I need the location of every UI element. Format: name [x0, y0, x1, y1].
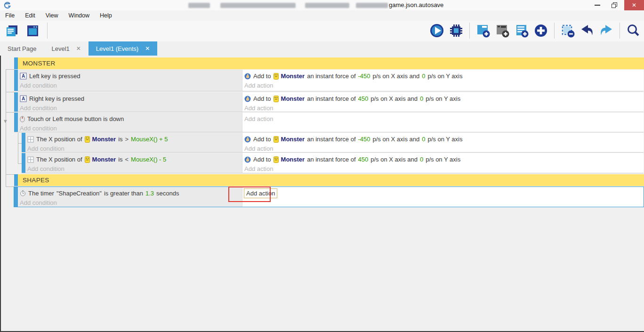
param-value[interactable]: 0	[422, 73, 425, 80]
condition-text[interactable]: The X position of	[36, 156, 82, 163]
subevent-row-x-less[interactable]: The X position of Monster is < MouseX() …	[22, 153, 644, 173]
add-action-link[interactable]: Add action	[243, 164, 644, 173]
object-name[interactable]: Monster	[281, 73, 305, 80]
action-text: an instant force of	[307, 73, 355, 80]
param-value[interactable]: 450	[358, 156, 369, 163]
action-text: p/s on X axis and	[373, 136, 420, 143]
add-event-icon[interactable]	[475, 23, 491, 39]
add-action-link[interactable]: Add action	[243, 104, 644, 113]
add-subevent-icon[interactable]	[494, 23, 510, 39]
close-button[interactable]: ✕	[624, 0, 644, 10]
add-condition-link[interactable]: Add condition	[19, 104, 242, 113]
condition-text[interactable]: Right key is pressed	[29, 95, 84, 102]
condition-text: is greater than	[104, 190, 143, 197]
action-text[interactable]: Add to	[253, 95, 271, 102]
tab-close-icon[interactable]: ✕	[76, 45, 81, 52]
tab-start-page[interactable]: Start Page	[0, 41, 44, 56]
menu-help[interactable]: Help	[95, 12, 117, 19]
param-value[interactable]: 1.3	[145, 190, 154, 197]
force-icon	[244, 73, 251, 80]
toolbar	[0, 21, 644, 41]
play-icon[interactable]	[429, 23, 445, 39]
subevent-row-x-greater[interactable]: The X position of Monster is > MouseX() …	[22, 133, 644, 153]
object-name[interactable]: Monster	[92, 156, 116, 163]
add-comment-icon[interactable]	[514, 23, 530, 39]
action-text: p/s on X axis and	[370, 95, 418, 102]
event-color-bar	[14, 113, 18, 132]
minimize-button[interactable]	[589, 0, 605, 10]
toolbar-divider	[469, 23, 470, 39]
action-text: p/s on Y axis	[428, 73, 463, 80]
project-manager-icon[interactable]	[4, 23, 20, 39]
param-value[interactable]: 0	[420, 156, 423, 163]
condition-text[interactable]: The X position of	[36, 136, 82, 143]
tab-level1-events[interactable]: Level1 (Events) ✕	[89, 41, 157, 56]
search-icon[interactable]	[625, 23, 641, 39]
add-action-link[interactable]: Add action	[243, 114, 644, 124]
condition-text[interactable]: The timer	[28, 190, 54, 197]
menu-file[interactable]: File	[0, 12, 20, 19]
condition-text: seconds	[156, 190, 179, 197]
event-row-touch[interactable]: Touch or Left mouse button is down Add c…	[14, 113, 644, 132]
tree-line	[6, 186, 14, 187]
restore-button[interactable]	[606, 0, 622, 10]
redacted-title-segment	[220, 3, 296, 8]
action-text[interactable]: Add to	[253, 73, 271, 80]
param-value[interactable]: 0	[420, 95, 423, 102]
param-value[interactable]: 0	[422, 136, 425, 143]
redacted-title-segment	[188, 3, 210, 8]
undo-icon[interactable]	[579, 23, 595, 39]
add-condition-link[interactable]: Add condition	[19, 198, 242, 207]
object-name[interactable]: Monster	[281, 95, 305, 102]
restore-icon	[612, 2, 617, 8]
monster-object-icon	[85, 136, 90, 143]
event-color-bar	[14, 70, 18, 91]
gdevelop-logo-icon	[4, 1, 11, 9]
object-name[interactable]: Monster	[281, 156, 305, 163]
add-condition-link[interactable]: Add condition	[26, 144, 242, 153]
object-name[interactable]: Monster	[281, 136, 305, 143]
add-action-link-focused[interactable]: Add action	[244, 188, 277, 198]
timer-name[interactable]: "ShapeCreation"	[56, 190, 102, 197]
tab-label: Level1 (Events)	[96, 45, 138, 52]
param-expression[interactable]: MouseX() + 5	[131, 136, 168, 143]
add-action-link[interactable]: Add action	[243, 144, 644, 153]
action-text[interactable]: Add to	[253, 136, 271, 143]
add-condition-link[interactable]: Add condition	[19, 124, 242, 133]
param-value[interactable]: -450	[358, 136, 370, 143]
menu-edit[interactable]: Edit	[20, 12, 40, 19]
menu-bar: File Edit View Window Help	[0, 10, 644, 21]
menu-view[interactable]: View	[40, 12, 64, 19]
condition-text[interactable]: Touch or Left mouse button is down	[27, 115, 124, 122]
param-expression[interactable]: MouseX() - 5	[131, 156, 166, 163]
add-condition-link[interactable]: Add condition	[19, 81, 242, 90]
group-header-monster[interactable]: MONSTER	[14, 57, 644, 69]
param-value[interactable]: 450	[358, 95, 369, 102]
event-row-right-key[interactable]: A Right key is pressed Add condition Add…	[14, 92, 644, 112]
tree-line	[6, 69, 14, 70]
tab-close-icon[interactable]: ✕	[145, 45, 150, 52]
position-icon	[27, 136, 34, 143]
param-value[interactable]: -450	[358, 73, 370, 80]
scene-editor-icon[interactable]	[24, 23, 40, 39]
action-text: an instant force of	[307, 95, 355, 102]
tree-line	[18, 143, 22, 144]
remove-selection-icon[interactable]	[560, 23, 576, 39]
event-row-left-key[interactable]: A Left key is pressed Add condition Add …	[14, 70, 644, 91]
add-new-icon[interactable]	[533, 23, 549, 39]
debugger-icon[interactable]	[448, 23, 464, 39]
action-text[interactable]: Add to	[253, 156, 271, 163]
group-header-shapes[interactable]: SHAPES	[14, 174, 644, 186]
tab-level1[interactable]: Level1 ✕	[44, 41, 88, 56]
event-row-timer[interactable]: The timer "ShapeCreation" is greater tha…	[14, 187, 644, 207]
menu-window[interactable]: Window	[64, 12, 95, 19]
monster-object-icon	[274, 96, 279, 102]
condition-text: is	[118, 136, 122, 143]
object-name[interactable]: Monster	[92, 136, 116, 143]
add-condition-link[interactable]: Add condition	[26, 164, 242, 173]
condition-text[interactable]: Left key is pressed	[29, 73, 80, 80]
operator: >	[125, 136, 129, 143]
redo-icon[interactable]	[598, 23, 614, 39]
add-action-link[interactable]: Add action	[243, 81, 644, 90]
collapse-expander-icon[interactable]: ▼	[3, 119, 8, 123]
